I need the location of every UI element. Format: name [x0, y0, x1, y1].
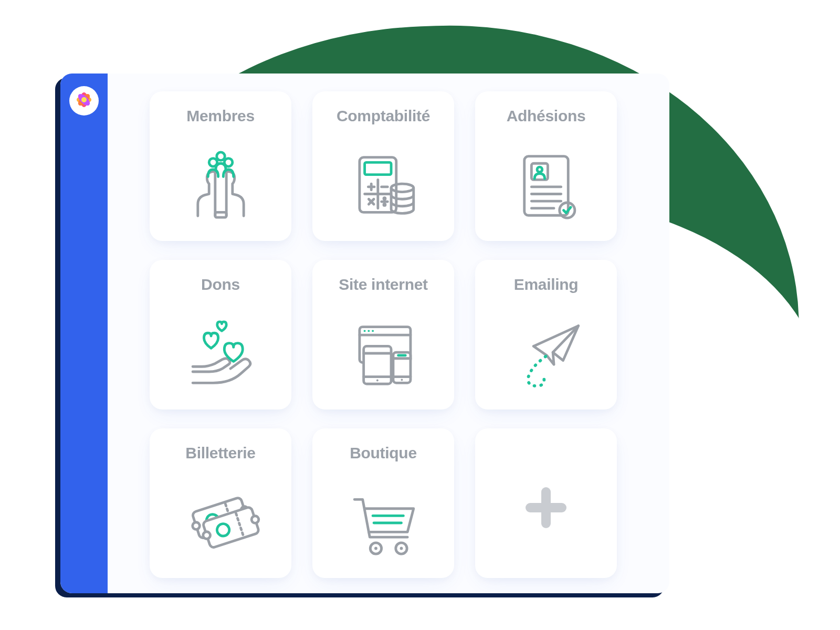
svg-point-4 — [81, 97, 87, 102]
sidebar — [60, 74, 108, 593]
card-label: Adhésions — [507, 107, 586, 125]
app-logo[interactable] — [69, 86, 99, 116]
card-membres[interactable]: Membres — [150, 91, 291, 241]
card-emailing[interactable]: Emailing — [475, 260, 617, 410]
card-boutique[interactable]: Boutique — [312, 428, 454, 578]
card-billetterie[interactable]: Billetterie — [150, 428, 291, 578]
svg-rect-50 — [202, 506, 259, 548]
card-label: Billetterie — [185, 444, 255, 462]
card-label: Boutique — [350, 444, 417, 462]
svg-point-24 — [537, 167, 542, 172]
svg-point-21 — [391, 184, 414, 192]
ticketing-icon — [155, 471, 286, 573]
card-grid: Membres — [108, 74, 669, 593]
svg-point-19 — [383, 197, 385, 199]
svg-point-52 — [250, 514, 259, 523]
card-label: Membres — [186, 107, 255, 125]
emailing-icon — [480, 303, 612, 404]
svg-point-33 — [368, 330, 370, 332]
card-label: Comptabilité — [337, 107, 430, 125]
card-site-internet[interactable]: Site internet — [312, 260, 454, 410]
svg-rect-39 — [393, 352, 410, 383]
svg-point-8 — [216, 152, 225, 160]
members-icon — [155, 134, 286, 236]
svg-point-32 — [363, 330, 365, 332]
donations-icon — [155, 303, 286, 404]
website-icon — [318, 303, 449, 404]
card-comptabilite[interactable]: Comptabilité — [312, 91, 454, 241]
svg-rect-10 — [364, 162, 391, 174]
accounting-icon — [318, 134, 449, 236]
svg-rect-5 — [215, 212, 226, 217]
plus-icon — [522, 484, 570, 533]
shop-icon — [318, 471, 449, 573]
app-window: Membres — [60, 74, 669, 593]
svg-point-46 — [192, 521, 201, 530]
svg-point-60 — [400, 547, 403, 550]
subscriptions-icon — [480, 134, 612, 236]
svg-point-51 — [202, 530, 211, 539]
svg-point-42 — [401, 379, 403, 381]
flower-logo-icon — [74, 89, 94, 112]
card-adhesions[interactable]: Adhésions — [475, 91, 617, 241]
card-label: Emailing — [514, 276, 579, 293]
svg-rect-62 — [526, 503, 566, 512]
svg-point-20 — [383, 204, 385, 205]
svg-point-59 — [374, 547, 377, 550]
svg-line-44 — [553, 326, 579, 352]
card-label: Site internet — [339, 276, 427, 293]
card-label: Dons — [201, 276, 240, 293]
card-add[interactable] — [475, 428, 617, 578]
svg-point-38 — [376, 379, 378, 381]
svg-rect-35 — [363, 346, 391, 384]
card-dons[interactable]: Dons — [150, 260, 291, 410]
svg-point-34 — [372, 330, 374, 332]
